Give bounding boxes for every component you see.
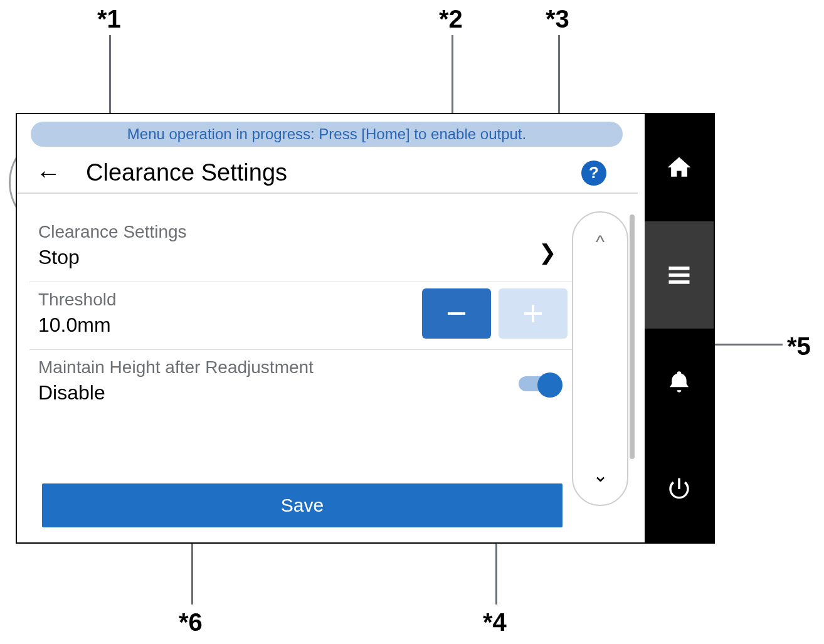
- callout-1-label: *1: [97, 5, 121, 33]
- back-arrow-icon[interactable]: ←: [36, 161, 61, 186]
- callout-5-label: *5: [787, 332, 811, 361]
- threshold-stepper: [422, 288, 568, 339]
- sidebar-home-button[interactable]: [645, 114, 714, 221]
- row-threshold: Threshold 10.0mm: [29, 282, 575, 350]
- svg-rect-3: [669, 267, 690, 270]
- help-icon[interactable]: ?: [581, 161, 606, 186]
- callout-2-label: *2: [439, 5, 463, 33]
- sidebar-menu-button[interactable]: [645, 221, 714, 329]
- screen-header: ← Clearance Settings ?: [17, 153, 638, 194]
- scroll-up-button[interactable]: ^: [596, 231, 605, 253]
- sidebar: [645, 114, 714, 542]
- settings-list: Clearance Settings Stop ❯ Threshold 10.0…: [29, 214, 575, 418]
- svg-rect-5: [669, 280, 690, 284]
- scroll-down-button[interactable]: ⌄: [593, 464, 608, 486]
- sidebar-alerts-button[interactable]: [645, 329, 714, 436]
- device-screen: Menu operation in progress: Press [Home]…: [16, 113, 715, 544]
- row-clearance-settings[interactable]: Clearance Settings Stop ❯: [29, 214, 575, 282]
- callout-4-label: *4: [483, 608, 507, 636]
- bell-icon: [667, 369, 692, 394]
- minus-icon: [443, 300, 470, 327]
- callout-6-label: *6: [179, 608, 203, 636]
- row-maintain-height: Maintain Height after Readjustment Disab…: [29, 350, 575, 418]
- chevron-right-icon: ❯: [539, 240, 556, 265]
- row-label: Clearance Settings: [38, 222, 566, 242]
- save-button[interactable]: Save: [42, 483, 563, 527]
- row-value: Disable: [38, 381, 566, 404]
- toggle-knob: [537, 372, 563, 398]
- plus-button[interactable]: [499, 288, 568, 339]
- scrollbar-indicator: [630, 214, 635, 459]
- plus-icon: [519, 300, 547, 327]
- power-icon: [666, 476, 692, 502]
- page-title: Clearance Settings: [86, 159, 581, 186]
- maintain-height-toggle[interactable]: [519, 372, 563, 395]
- home-icon: [665, 154, 693, 181]
- svg-rect-2: [532, 305, 534, 322]
- row-value: Stop: [38, 246, 566, 269]
- svg-rect-0: [448, 312, 465, 315]
- scroll-control: ^ ⌄: [572, 211, 628, 506]
- hamburger-icon: [665, 261, 693, 288]
- callout-3-label: *3: [546, 5, 569, 33]
- minus-button[interactable]: [422, 288, 491, 339]
- row-label: Maintain Height after Readjustment: [38, 357, 566, 377]
- sidebar-power-button[interactable]: [645, 435, 714, 542]
- status-bar: Menu operation in progress: Press [Home]…: [31, 122, 623, 147]
- svg-rect-4: [669, 273, 690, 277]
